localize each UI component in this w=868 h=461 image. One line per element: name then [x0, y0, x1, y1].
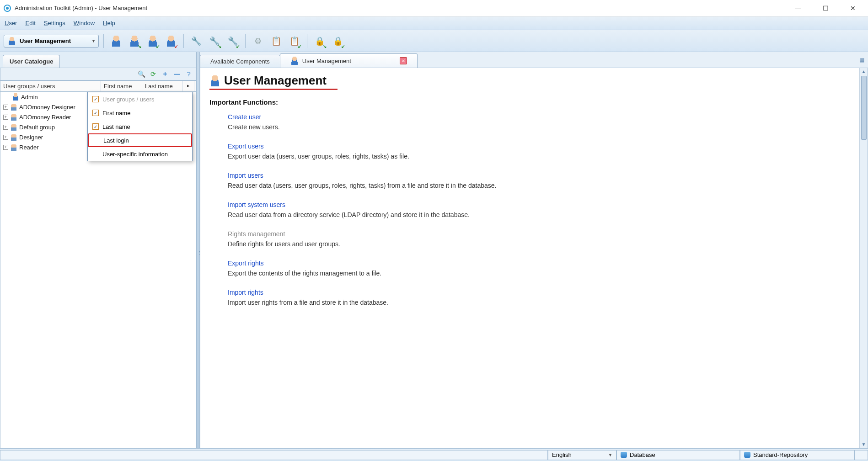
tab-user-catalogue[interactable]: User Catalogue	[3, 55, 60, 68]
tool-lock-import[interactable]: 🔒↙	[330, 33, 346, 49]
scroll-thumb[interactable]	[861, 76, 867, 140]
col-first-name[interactable]: First name	[101, 81, 142, 91]
checkbox-icon: ✓	[92, 110, 99, 116]
status-language[interactable]: English ▼	[548, 450, 616, 460]
tab-label: User Management	[302, 58, 351, 64]
add-button[interactable]: ＋	[160, 69, 170, 79]
left-panel: User Catalogue 🔍 ⟳ ＋ — ? User groups / u…	[0, 52, 197, 448]
column-option[interactable]: ✓Last name	[88, 120, 192, 133]
tool-lock-export[interactable]: 🔒↘	[312, 33, 327, 49]
tree-label: Designer	[19, 134, 43, 141]
function-link[interactable]: Create user	[228, 113, 280, 121]
function-link[interactable]: Export rights	[228, 260, 381, 267]
column-option[interactable]: ✓First name	[88, 106, 192, 120]
refresh-button[interactable]: ⟳	[148, 69, 158, 79]
menu-edit[interactable]: Edit	[25, 20, 35, 26]
document-tabs: Available Components User Management ✕	[200, 52, 417, 68]
close-button[interactable]: ✕	[846, 3, 860, 14]
tab-user-management[interactable]: User Management ✕	[280, 53, 418, 68]
function-icon	[209, 201, 222, 214]
function-link[interactable]: Import rights	[228, 289, 388, 296]
function-link[interactable]: Import system users	[228, 201, 470, 208]
col-picker-button[interactable]: ▸	[182, 81, 194, 91]
panel-toolbar: 🔍 ⟳ ＋ — ?	[0, 68, 196, 80]
column-option[interactable]: Last login	[88, 133, 192, 147]
database-icon	[744, 452, 750, 458]
column-option-label: Last name	[102, 123, 130, 130]
expand-icon[interactable]: +	[3, 145, 8, 150]
tree-label: ADOmoney Designer	[19, 104, 75, 111]
function-desc: Create new users.	[228, 123, 280, 131]
expand-icon[interactable]: +	[3, 125, 8, 130]
remove-button[interactable]: —	[172, 69, 182, 79]
window-title: Administration Toolkit (Admin) - User Ma…	[15, 5, 147, 11]
function-icon	[209, 113, 222, 126]
help-button[interactable]: ?	[184, 69, 194, 79]
wrench-icon: 🔧	[191, 36, 201, 46]
context-dropdown[interactable]: User Management ▾	[4, 35, 99, 48]
tool-user-import-sys[interactable]: ↙	[163, 33, 179, 49]
right-panel: Available Components User Management ✕ ▦…	[200, 52, 868, 448]
tool-clipboard[interactable]: 📋	[268, 33, 284, 49]
chevron-down-icon: ▼	[608, 453, 612, 457]
tool-rights[interactable]: 🔧	[188, 33, 204, 49]
col-last-name[interactable]: Last name	[142, 81, 182, 91]
col-user-groups[interactable]: User groups / users	[0, 81, 101, 91]
status-database[interactable]: Database	[616, 450, 740, 460]
menu-window[interactable]: Window	[74, 20, 95, 26]
function-icon	[209, 260, 222, 272]
column-picker-popup: ✓User groups / users✓First name✓Last nam…	[87, 92, 193, 161]
arrow-in-icon: ↙	[298, 44, 301, 49]
tool-clipboard-import[interactable]: 📋↙	[287, 33, 302, 49]
vertical-resizer[interactable]	[197, 52, 200, 448]
column-option[interactable]: User-specific information	[88, 147, 192, 161]
tool-settings[interactable]: ⚙	[250, 33, 266, 49]
tree-label: Admin	[21, 94, 38, 101]
group-icon	[10, 143, 17, 151]
tool-user-export[interactable]: ↘	[127, 33, 142, 49]
tool-rights-import[interactable]: 🔧↙	[225, 33, 241, 49]
checkbox-icon	[92, 151, 99, 157]
status-language-label: English	[552, 451, 572, 458]
arrow-out-icon: ↘	[138, 44, 141, 49]
arrow-out-icon: ↘	[218, 44, 221, 49]
tile-icon[interactable]: ▦	[856, 57, 868, 63]
maximize-button[interactable]: ☐	[819, 3, 832, 14]
menubar: User Edit Settings Window Help	[0, 16, 868, 30]
checkbox-icon: ✓	[92, 96, 99, 102]
tool-user-import[interactable]: ↙	[145, 33, 161, 49]
user-icon	[12, 93, 19, 101]
status-repository[interactable]: Standard-Repository	[740, 450, 854, 460]
column-option-label: First name	[102, 110, 130, 117]
expand-icon[interactable]: +	[3, 115, 8, 120]
function-icon	[209, 143, 222, 155]
menu-user[interactable]: User	[5, 20, 17, 26]
arrow-in-icon: ↙	[156, 44, 160, 49]
status-extra[interactable]	[854, 450, 868, 460]
content-area: User Management Important Functions: Cre…	[200, 68, 859, 448]
function-link: Rights management	[228, 230, 340, 238]
group-icon	[10, 123, 17, 131]
vertical-scrollbar[interactable]: ▲ ▼	[859, 68, 868, 448]
expand-icon[interactable]: +	[3, 135, 8, 140]
section-heading: Important Functions:	[209, 98, 850, 106]
scroll-down-icon[interactable]: ▼	[862, 441, 866, 448]
function-link[interactable]: Export users	[228, 143, 409, 150]
tool-rights-export[interactable]: 🔧↘	[207, 33, 222, 49]
table-header: User groups / users First name Last name…	[0, 80, 196, 92]
scroll-up-icon[interactable]: ▲	[862, 68, 866, 75]
expand-icon[interactable]: +	[3, 105, 8, 110]
minimize-button[interactable]: —	[791, 3, 805, 14]
function-link[interactable]: Import users	[228, 172, 497, 179]
close-tab-button[interactable]: ✕	[400, 57, 407, 64]
group-icon	[10, 103, 17, 111]
menu-help[interactable]: Help	[103, 20, 115, 26]
user-icon	[8, 37, 16, 45]
menu-settings[interactable]: Settings	[44, 20, 65, 26]
find-user-button[interactable]: 🔍	[136, 69, 146, 79]
function-icon	[209, 172, 222, 185]
gear-icon: ⚙	[254, 36, 262, 46]
tab-available-components[interactable]: Available Components	[200, 55, 280, 68]
tool-user[interactable]	[108, 33, 124, 49]
statusbar: English ▼ Database Standard-Repository	[0, 448, 868, 461]
